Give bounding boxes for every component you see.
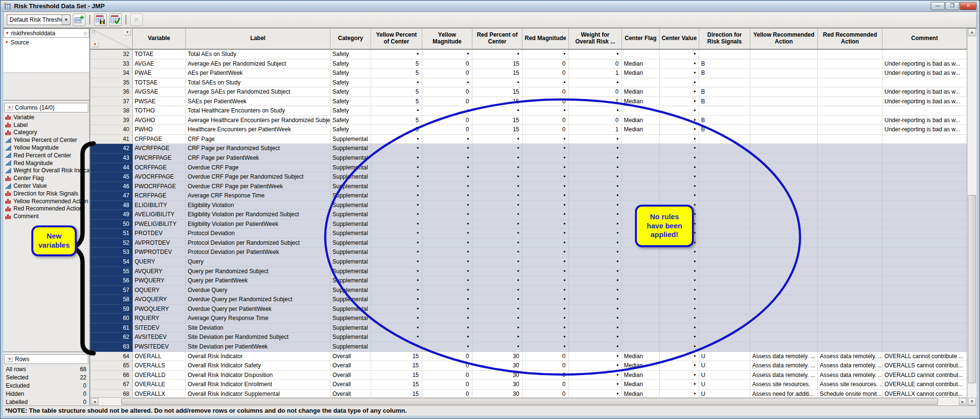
table-cell[interactable]: 0	[523, 87, 569, 97]
table-cell[interactable]: •	[523, 201, 569, 210]
table-cell[interactable]: PWHO	[133, 125, 186, 135]
table-cell[interactable]: •	[523, 333, 569, 342]
row-number[interactable]: 48	[90, 201, 133, 210]
table-cell[interactable]: •	[569, 220, 622, 229]
table-cell[interactable]: Safety	[331, 97, 371, 107]
table-cell[interactable]: •	[523, 267, 569, 277]
table-cell[interactable]: •	[371, 78, 422, 88]
table-cell[interactable]: •	[569, 295, 622, 305]
table-cell[interactable]	[750, 97, 818, 107]
table-cell[interactable]: •	[472, 295, 523, 305]
column-header-direction-for-risk-signals[interactable]: Direction for Risk Signals	[699, 28, 750, 49]
table-cell[interactable]	[622, 144, 660, 154]
table-cell[interactable]: •	[660, 87, 699, 97]
table-cell[interactable]: •	[523, 220, 569, 229]
table-cell[interactable]: Query	[186, 257, 331, 267]
column-header-weight-for-overall-risk[interactable]: Weight for Overall Risk ...	[569, 28, 622, 49]
table-cell[interactable]: Protocol Deviation per Randomized Subjec…	[186, 238, 331, 248]
table-cell[interactable]: Eligibility Violation per Randomized Sub…	[186, 210, 331, 220]
table-cell[interactable]: B	[699, 59, 750, 69]
table-cell[interactable]: •	[422, 182, 472, 192]
table-cell[interactable]: Supplemental	[331, 333, 371, 342]
table-cell[interactable]: •	[371, 238, 422, 248]
vertical-scrollbar[interactable]: ▲ ▼	[967, 28, 977, 405]
table-cell[interactable]: Average Healthcare Encounters per Random…	[186, 116, 331, 126]
table-cell[interactable]: •	[371, 342, 422, 352]
table-cell[interactable]: •	[660, 333, 699, 342]
table-cell[interactable]: Assess data remotely. ...	[818, 371, 883, 380]
table-cell[interactable]: CRF Page per Randomized Subject	[186, 144, 331, 154]
table-cell[interactable]: Assess data remotely. ...	[750, 361, 818, 371]
table-cell[interactable]	[699, 323, 750, 333]
table-cell[interactable]: B	[699, 69, 750, 78]
table-cell[interactable]: •	[523, 276, 569, 286]
table-cell[interactable]	[699, 78, 750, 88]
table-cell[interactable]: 0	[523, 380, 569, 390]
table-cell[interactable]: Supplemental	[331, 220, 371, 229]
table-cell[interactable]: •	[569, 135, 622, 144]
table-cell[interactable]: •	[660, 125, 699, 135]
table-cell[interactable]: 1	[569, 69, 622, 78]
table-cell[interactable]: •	[569, 229, 622, 238]
table-cell[interactable]	[622, 182, 660, 192]
table-cell[interactable]	[750, 191, 818, 201]
table-cell[interactable]: 0	[523, 125, 569, 135]
table-cell[interactable]: •	[371, 305, 422, 314]
table-cell[interactable]: •	[660, 116, 699, 126]
table-cell[interactable]: •	[371, 257, 422, 267]
table-cell[interactable]: Supplemental	[331, 154, 371, 163]
row-number[interactable]: 60	[90, 314, 133, 323]
horizontal-scroll-thumb[interactable]	[121, 398, 938, 405]
table-cell[interactable]	[699, 295, 750, 305]
table-cell[interactable]: •	[422, 144, 472, 154]
table-cell[interactable]: RCRFPAGE	[133, 191, 186, 201]
table-cell[interactable]: CRF Page per PatientWeek	[186, 154, 331, 163]
table-cell[interactable]: Supplemental	[331, 229, 371, 238]
table-cell[interactable]: Overdue CRF Page	[186, 163, 331, 173]
table-cell[interactable]: •	[569, 380, 622, 390]
table-cell[interactable]: Supplemental	[331, 305, 371, 314]
table-cell[interactable]: •	[660, 144, 699, 154]
table-cell[interactable]: Safety	[331, 106, 371, 116]
table-cell[interactable]	[818, 257, 883, 267]
table-cell[interactable]: Safety	[331, 116, 371, 126]
table-cell[interactable]: •	[569, 144, 622, 154]
table-cell[interactable]: U	[699, 380, 750, 390]
table-cell[interactable]: AVOQUERY	[133, 295, 186, 305]
table-cell[interactable]: •	[472, 220, 523, 229]
table-cell[interactable]: Query per Randomized Subject	[186, 267, 331, 277]
table-cell[interactable]: PWOCRFPAGE	[133, 182, 186, 192]
table-cell[interactable]: OVERALL cannot contribute ...	[883, 352, 967, 362]
table-cell[interactable]	[818, 210, 883, 220]
table-cell[interactable]	[883, 191, 967, 201]
risk-threshold-dropdown[interactable]: Default Risk Threshold ▼	[7, 14, 70, 25]
table-cell[interactable]: •	[569, 172, 622, 182]
table-cell[interactable]: AVOCRFPAGE	[133, 172, 186, 182]
table-cell[interactable]: Under-reporting is bad as w...	[883, 69, 967, 78]
table-cell[interactable]: •	[569, 333, 622, 342]
table-cell[interactable]: •	[569, 257, 622, 267]
table-cell[interactable]: •	[371, 172, 422, 182]
table-cell[interactable]: •	[569, 163, 622, 173]
table-cell[interactable]: •	[472, 342, 523, 352]
table-cell[interactable]	[699, 50, 750, 59]
table-cell[interactable]	[750, 305, 818, 314]
table-cell[interactable]	[818, 305, 883, 314]
table-cell[interactable]	[818, 238, 883, 248]
table-cell[interactable]	[883, 201, 967, 210]
table-cell[interactable]: •	[660, 106, 699, 116]
table-name-row[interactable]: ▼ riskthresholddata ▷	[3, 28, 89, 38]
table-cell[interactable]: 0	[569, 59, 622, 69]
chevron-down-icon[interactable]: ▼	[62, 15, 70, 25]
table-cell[interactable]: •	[422, 172, 472, 182]
table-cell[interactable]: •	[523, 106, 569, 116]
columns-menu-icon[interactable]: ▼	[124, 29, 131, 35]
table-cell[interactable]: 5	[371, 87, 422, 97]
table-cell[interactable]	[699, 210, 750, 220]
table-cell[interactable]: 30	[472, 371, 523, 380]
table-cell[interactable]: 0	[422, 116, 472, 126]
table-cell[interactable]: •	[660, 276, 699, 286]
table-cell[interactable]: •	[472, 201, 523, 210]
table-cell[interactable]: OVERALLE	[133, 380, 186, 390]
table-cell[interactable]: AVCRFPAGE	[133, 144, 186, 154]
